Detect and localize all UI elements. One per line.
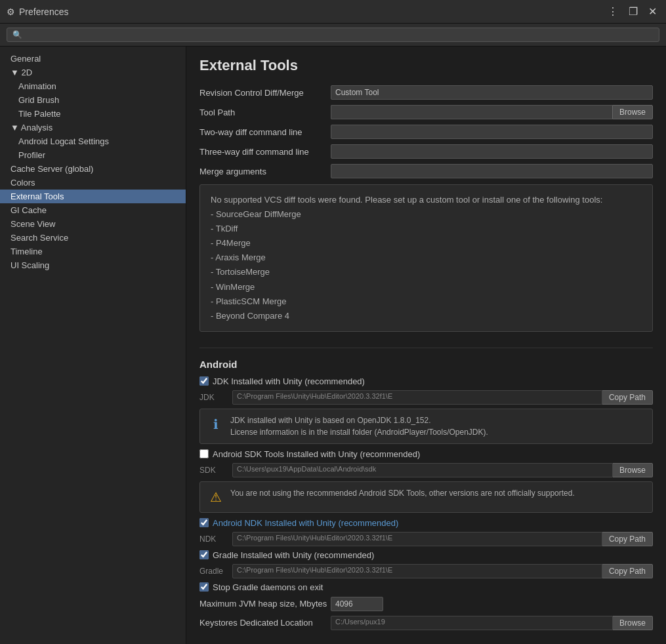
sdk-path-value: C:\Users\pux19\AppData\Local\Android\sdk xyxy=(232,463,613,477)
more-options-button[interactable]: ⋮ xyxy=(605,5,621,18)
search-bar xyxy=(0,24,666,47)
title-bar-left: ⚙ Preferences xyxy=(7,7,68,17)
title-bar: ⚙ Preferences ⋮ ❐ ✕ xyxy=(0,0,666,24)
main-layout: General ▼ 2D Animation Grid Brush Tile P… xyxy=(0,47,666,644)
twoway-row: Two-way diff command line xyxy=(199,124,653,140)
ndk-checkbox[interactable] xyxy=(199,518,209,527)
sidebar-item-timeline[interactable]: Timeline xyxy=(0,245,186,258)
close-button[interactable]: ✕ xyxy=(646,5,659,18)
sidebar: General ▼ 2D Animation Grid Brush Tile P… xyxy=(0,47,186,644)
sidebar-item-tile-palette[interactable]: Tile Palette xyxy=(0,107,186,121)
vcs-diff-merge-label: Revision Control Diff/Merge xyxy=(199,88,331,98)
keystores-browse-button[interactable]: Browse xyxy=(613,616,653,630)
merge-args-label: Merge arguments xyxy=(199,167,331,176)
sdk-checkbox[interactable] xyxy=(199,449,209,458)
threeway-label: Three-way diff command line xyxy=(199,147,331,157)
merge-args-row: Merge arguments xyxy=(199,163,653,179)
sidebar-item-ui-scaling[interactable]: UI Scaling xyxy=(0,258,186,272)
gradle-key-label: Gradle xyxy=(199,567,232,576)
tool-path-label: Tool Path xyxy=(199,108,331,117)
sidebar-item-analysis[interactable]: ▼ Analysis xyxy=(0,121,186,134)
tool-path-browse-button[interactable]: Browse xyxy=(612,105,653,119)
ndk-checkbox-label: Android NDK Installed with Unity (recomm… xyxy=(213,518,398,528)
sdk-warn-icon: ⚠ xyxy=(208,487,224,507)
restore-button[interactable]: ❐ xyxy=(626,5,640,18)
stop-gradle-checkbox-row: Stop Gradle daemons on exit xyxy=(199,582,653,592)
sidebar-item-animation[interactable]: Animation xyxy=(0,79,186,93)
max-jvm-input[interactable] xyxy=(331,597,383,611)
sdk-browse-button[interactable]: Browse xyxy=(613,463,653,477)
ndk-checkbox-row: Android NDK Installed with Unity (recomm… xyxy=(199,518,653,528)
sdk-checkbox-label: Android SDK Tools Installed with Unity (… xyxy=(213,449,420,459)
jdk-copy-path-button[interactable]: Copy Path xyxy=(602,390,653,405)
android-section: Android JDK Installed with Unity (recomm… xyxy=(199,359,653,630)
twoway-label: Two-way diff command line xyxy=(199,127,331,137)
gradle-copy-path-button[interactable]: Copy Path xyxy=(602,564,653,578)
keystores-label: Keystores Dedicated Location xyxy=(199,618,331,628)
ndk-path-row: NDK C:\Program Files\Unity\Hub\Editor\20… xyxy=(199,532,653,546)
sidebar-item-android-logcat[interactable]: Android Logcat Settings xyxy=(0,134,186,148)
vcs-diff-merge-row: Revision Control Diff/Merge xyxy=(199,85,653,100)
sidebar-item-grid-brush[interactable]: Grid Brush xyxy=(0,93,186,107)
sidebar-item-cache-server[interactable]: Cache Server (global) xyxy=(0,162,186,176)
jdk-path-row: JDK C:\Program Files\Unity\Hub\Editor\20… xyxy=(199,390,653,405)
sidebar-item-gi-cache[interactable]: GI Cache xyxy=(0,203,186,217)
twoway-input[interactable] xyxy=(331,125,653,139)
sdk-key-label: SDK xyxy=(199,466,232,475)
sidebar-item-scene-view[interactable]: Scene View xyxy=(0,217,186,231)
sidebar-item-profiler[interactable]: Profiler xyxy=(0,148,186,162)
sidebar-item-2d[interactable]: ▼ 2D xyxy=(0,66,186,79)
max-jvm-label: Maximum JVM heap size, Mbytes xyxy=(199,599,331,609)
tool-path-row: Tool Path Browse xyxy=(199,104,653,120)
sidebar-item-general[interactable]: General xyxy=(0,52,186,66)
ndk-copy-path-button[interactable]: Copy Path xyxy=(602,532,653,546)
keystores-path-value: C:/Users/pux19 xyxy=(331,616,613,630)
stop-gradle-checkbox[interactable] xyxy=(199,582,209,592)
gear-icon: ⚙ xyxy=(7,7,15,17)
threeway-input[interactable] xyxy=(331,144,653,159)
jdk-info-icon: ℹ xyxy=(208,414,224,434)
sidebar-item-colors[interactable]: Colors xyxy=(0,176,186,190)
keystores-row: Keystores Dedicated Location C:/Users/pu… xyxy=(199,616,653,630)
title-bar-controls: ⋮ ❐ ✕ xyxy=(605,5,659,18)
stop-gradle-checkbox-label: Stop Gradle daemons on exit xyxy=(213,582,323,592)
merge-args-input[interactable] xyxy=(331,164,653,178)
vcs-diff-merge-input[interactable] xyxy=(331,85,653,100)
sdk-warning-box: ⚠ You are not using the recommended Andr… xyxy=(199,481,653,513)
page-title: External Tools xyxy=(199,57,653,74)
gradle-checkbox-label: Gradle Installed with Unity (recommended… xyxy=(213,550,374,560)
ndk-path-value: C:\Program Files\Unity\Hub\Editor\2020.3… xyxy=(232,532,602,546)
jdk-info-box: ℹ JDK installed with Unity is based on O… xyxy=(199,409,653,444)
gradle-checkbox-row: Gradle Installed with Unity (recommended… xyxy=(199,550,653,560)
tool-path-input[interactable] xyxy=(331,105,612,119)
max-jvm-row: Maximum JVM heap size, Mbytes xyxy=(199,596,653,612)
jdk-checkbox-label: JDK Installed with Unity (recommended) xyxy=(213,376,365,386)
jdk-key-label: JDK xyxy=(199,393,232,402)
jdk-info-message: JDK installed with Unity is based on Ope… xyxy=(230,414,488,438)
jdk-checkbox[interactable] xyxy=(199,376,209,386)
jdk-checkbox-row: JDK Installed with Unity (recommended) xyxy=(199,376,653,386)
sdk-path-row: SDK C:\Users\pux19\AppData\Local\Android… xyxy=(199,463,653,477)
no-vcs-message: No supported VCS diff tools were found. … xyxy=(211,193,642,323)
app-title: Preferences xyxy=(19,7,68,17)
content-area: External Tools Revision Control Diff/Mer… xyxy=(186,47,666,644)
sdk-checkbox-row: Android SDK Tools Installed with Unity (… xyxy=(199,449,653,459)
vcs-section: Revision Control Diff/Merge Tool Path Br… xyxy=(199,85,653,348)
sdk-warning-message: You are not using the recommended Androi… xyxy=(230,487,575,499)
ndk-key-label: NDK xyxy=(199,534,232,544)
search-input[interactable] xyxy=(7,28,659,42)
sidebar-item-search-service[interactable]: Search Service xyxy=(0,231,186,245)
jdk-path-value: C:\Program Files\Unity\Hub\Editor\2020.3… xyxy=(232,390,602,405)
gradle-path-value: C:\Program Files\Unity\Hub\Editor\2020.3… xyxy=(232,564,602,578)
threeway-row: Three-way diff command line xyxy=(199,144,653,159)
android-section-title: Android xyxy=(199,359,653,370)
gradle-checkbox[interactable] xyxy=(199,550,209,559)
sidebar-item-external-tools[interactable]: External Tools xyxy=(0,190,186,203)
gradle-path-row: Gradle C:\Program Files\Unity\Hub\Editor… xyxy=(199,564,653,578)
no-vcs-info-box: No supported VCS diff tools were found. … xyxy=(199,184,653,332)
